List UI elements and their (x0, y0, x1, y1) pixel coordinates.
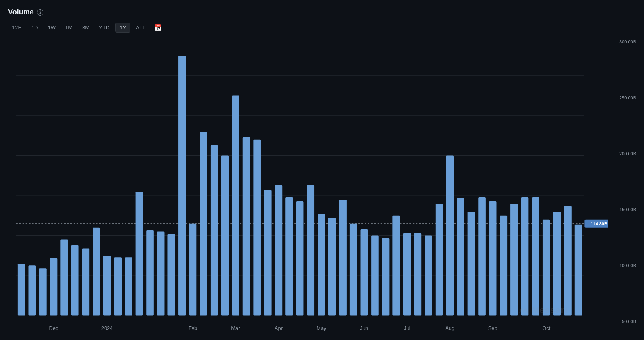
bar-item[interactable] (211, 145, 218, 316)
bar-item[interactable] (478, 197, 486, 315)
bar-item[interactable] (93, 228, 100, 316)
bar-item[interactable] (285, 197, 293, 315)
x-axis-label: Oct (542, 325, 550, 331)
bar-item[interactable] (71, 245, 79, 315)
x-axis-label: May (316, 325, 326, 331)
bar-item[interactable] (403, 233, 411, 316)
x-axis-label: Feb (188, 325, 197, 331)
y-axis-label: 200.00B (619, 151, 636, 156)
bar-item[interactable] (167, 234, 175, 316)
bar-item[interactable] (307, 185, 314, 315)
bar-item[interactable] (371, 236, 379, 316)
bar-item[interactable] (468, 212, 475, 316)
info-icon[interactable]: ℹ (37, 9, 43, 16)
bar-item[interactable] (103, 256, 111, 315)
bar-item[interactable] (328, 218, 336, 316)
x-axis-label: Mar (231, 325, 240, 331)
chart-container: Volume ℹ 12H1D1W1M3MYTD1YALL📅 Dec2024Feb… (0, 0, 644, 340)
x-axis-label: Dec (49, 325, 58, 331)
time-btn-ytd[interactable]: YTD (95, 23, 114, 32)
x-axis-label: Aug (445, 325, 454, 331)
bar-item[interactable] (543, 220, 550, 316)
bar-item[interactable] (114, 257, 122, 315)
time-btn-1w[interactable]: 1W (43, 23, 60, 32)
bar-item[interactable] (425, 236, 432, 316)
time-btn-all[interactable]: ALL (132, 23, 149, 32)
chart-main: Dec2024FebMarAprMayJunJulAugSepOct114.80… (8, 39, 608, 336)
y-axis-label: 150.00B (619, 207, 636, 212)
bar-item[interactable] (446, 156, 454, 316)
chart-area: Dec2024FebMarAprMayJunJulAugSepOct114.80… (8, 39, 640, 336)
y-axis-label: 50.00B (622, 319, 636, 324)
bar-item[interactable] (361, 229, 368, 316)
bar-chart: Dec2024FebMarAprMayJunJulAugSepOct114.80… (8, 39, 608, 336)
bar-item[interactable] (157, 232, 165, 316)
bar-item[interactable] (339, 200, 347, 315)
bar-item[interactable] (178, 56, 186, 316)
chart-title: Volume (8, 8, 34, 16)
messari-watermark: Messari (518, 305, 568, 316)
bar-item[interactable] (564, 206, 572, 316)
bar-item[interactable] (18, 264, 25, 315)
bar-item[interactable] (264, 190, 272, 315)
bar-item[interactable] (243, 137, 250, 316)
bar-item[interactable] (82, 248, 90, 315)
time-btn-1d[interactable]: 1D (27, 23, 42, 32)
bar-item[interactable] (350, 224, 357, 316)
bar-item[interactable] (414, 233, 422, 316)
bar-item[interactable] (50, 258, 58, 315)
bar-item[interactable] (521, 197, 529, 315)
bar-item[interactable] (146, 230, 154, 316)
calendar-icon[interactable]: 📅 (151, 22, 165, 33)
title-row: Volume ℹ (8, 8, 640, 16)
time-btn-3m[interactable]: 3M (78, 23, 93, 32)
time-controls: 12H1D1W1M3MYTD1YALL📅 (8, 22, 640, 33)
bar-item[interactable] (253, 140, 261, 316)
bar-item[interactable] (39, 268, 47, 315)
x-axis-label: Jun (360, 325, 368, 331)
bar-item[interactable] (318, 214, 325, 316)
bar-item[interactable] (489, 201, 497, 315)
x-axis-label: 2024 (101, 325, 113, 331)
time-btn-1y[interactable]: 1Y (115, 23, 130, 33)
time-btn-12h[interactable]: 12H (8, 23, 26, 32)
bar-item[interactable] (500, 216, 507, 316)
x-axis-label: Sep (488, 325, 497, 331)
y-axis: 300.00B250.00B200.00B150.00B100.00B50.00… (608, 39, 640, 336)
bar-item[interactable] (510, 204, 518, 316)
current-value-badge: 114.80B (591, 221, 607, 226)
bar-item[interactable] (200, 132, 207, 316)
bar-item[interactable] (532, 197, 539, 315)
bar-item[interactable] (296, 201, 304, 315)
bar-item[interactable] (125, 257, 132, 315)
bar-item[interactable] (136, 192, 143, 315)
bar-item[interactable] (221, 156, 229, 316)
y-axis-label: 300.00B (619, 39, 636, 44)
bar-item[interactable] (553, 212, 561, 316)
y-axis-label: 100.00B (619, 263, 636, 268)
bar-item[interactable] (382, 238, 390, 316)
x-axis-label: Apr (275, 325, 283, 331)
y-axis-label: 250.00B (619, 95, 636, 100)
bar-item[interactable] (457, 198, 464, 315)
bar-item[interactable] (28, 265, 36, 315)
bar-item[interactable] (436, 204, 443, 316)
time-btn-1m[interactable]: 1M (61, 23, 76, 32)
x-axis-label: Jul (404, 325, 411, 331)
bar-item[interactable] (60, 240, 68, 316)
bar-item[interactable] (575, 225, 582, 316)
bar-item[interactable] (232, 95, 239, 315)
bar-item[interactable] (275, 185, 283, 315)
bar-item[interactable] (392, 216, 400, 316)
bar-item[interactable] (189, 224, 197, 316)
